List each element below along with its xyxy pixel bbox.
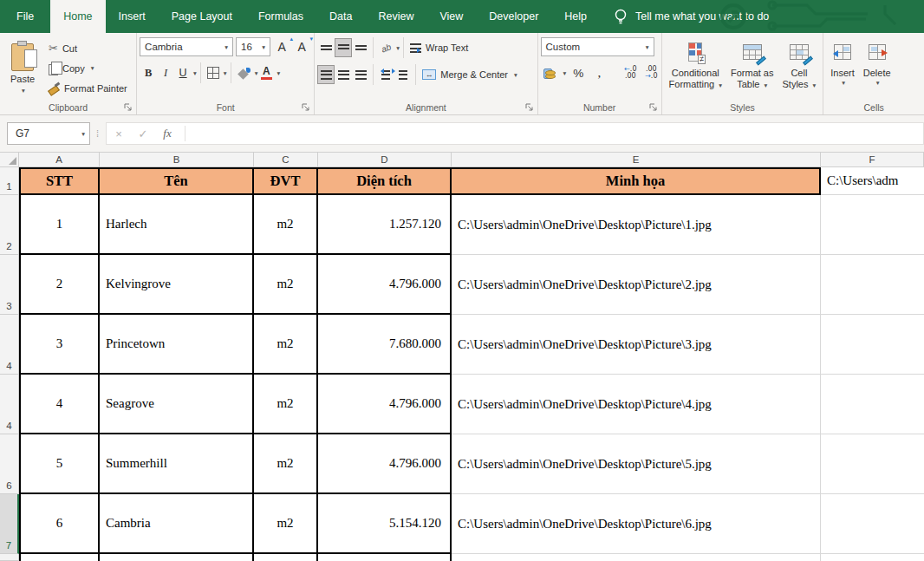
underline-button[interactable]: U	[174, 63, 192, 82]
cell-d2[interactable]: 1.257.120	[318, 195, 452, 255]
increase-font-size-button[interactable]: A▲	[273, 37, 290, 56]
insert-cells-button[interactable]: Insert ▾	[826, 37, 859, 87]
cell-d8-partial[interactable]	[318, 554, 452, 561]
cell-f2[interactable]	[821, 195, 924, 255]
cell-d6[interactable]: 4.796.000	[318, 434, 452, 494]
font-size-combobox[interactable]: 16 ▾	[236, 37, 270, 56]
col-header-a[interactable]: A	[19, 153, 100, 167]
cell-f3[interactable]	[821, 255, 924, 315]
borders-button[interactable]	[205, 63, 222, 82]
cell-c4[interactable]: m2	[254, 315, 318, 375]
tab-developer[interactable]: Developer	[476, 0, 551, 33]
cell-a4[interactable]: 3	[19, 315, 100, 375]
cell-styles-button[interactable]: Cell Styles ▾	[778, 37, 820, 90]
name-box[interactable]: G7 ▾	[7, 122, 90, 145]
tab-help[interactable]: Help	[551, 0, 600, 33]
tab-data[interactable]: Data	[316, 0, 365, 33]
cell-f8-partial[interactable]	[821, 554, 924, 561]
increase-decimal-button[interactable]: ←.0.00	[621, 63, 639, 82]
align-left-button[interactable]	[317, 65, 335, 84]
cell-a6[interactable]: 5	[19, 434, 100, 494]
decrease-decimal-button[interactable]: .00→.0	[642, 63, 660, 82]
cell-d1[interactable]: Diện tích	[318, 167, 452, 195]
comma-style-button[interactable]: ,	[590, 63, 608, 82]
copy-button[interactable]: Copy ▾	[46, 59, 130, 77]
borders-dropdown-arrow[interactable]: ▾	[224, 69, 227, 77]
cell-e7[interactable]: C:\Users\admin\OneDrive\Desktop\Picture\…	[452, 494, 821, 554]
cell-e3[interactable]: C:\Users\admin\OneDrive\Desktop\Picture\…	[452, 255, 821, 315]
cell-b8-partial[interactable]	[100, 554, 254, 561]
cell-f1[interactable]: C:\Users\adm	[821, 167, 924, 195]
formula-input[interactable]	[191, 123, 923, 144]
row-header-4[interactable]: 4	[0, 315, 19, 375]
row-header-8-partial[interactable]	[0, 554, 19, 561]
cell-e4[interactable]: C:\Users\admin\OneDrive\Desktop\Picture\…	[452, 315, 821, 375]
align-right-button[interactable]	[352, 65, 369, 84]
tab-formulas[interactable]: Formulas	[245, 0, 316, 33]
cell-c7[interactable]: m2	[254, 494, 318, 554]
orientation-button[interactable]	[377, 38, 394, 57]
cell-b3[interactable]: Kelvingrove	[100, 255, 254, 315]
accounting-dropdown-arrow[interactable]: ▾	[563, 69, 567, 77]
cell-b4[interactable]: Princetown	[100, 315, 254, 375]
cell-b6[interactable]: Summerhill	[100, 434, 254, 494]
align-center-button[interactable]	[335, 65, 352, 84]
format-painter-button[interactable]: Format Painter	[46, 79, 130, 97]
cell-b7[interactable]: Cambria	[100, 494, 254, 554]
cell-d3[interactable]: 4.796.000	[318, 255, 452, 315]
cell-a2[interactable]: 1	[19, 195, 100, 255]
col-header-f[interactable]: F	[821, 153, 924, 167]
cell-a7[interactable]: 6	[19, 494, 100, 554]
underline-dropdown-arrow[interactable]: ▾	[193, 69, 197, 77]
percent-style-button[interactable]: %	[569, 63, 587, 82]
cell-a8-partial[interactable]	[19, 554, 100, 561]
cell-e6[interactable]: C:\Users\admin\OneDrive\Desktop\Picture\…	[452, 434, 821, 494]
confirm-entry-button[interactable]: ✓	[131, 127, 155, 140]
cell-c5[interactable]: m2	[254, 375, 318, 434]
font-color-dropdown-arrow[interactable]: ▾	[277, 69, 280, 77]
tab-review[interactable]: Review	[365, 0, 426, 33]
tab-page-layout[interactable]: Page Layout	[159, 0, 245, 33]
wrap-text-button[interactable]: Wrap Text	[407, 39, 471, 57]
insert-function-button[interactable]: fx	[155, 127, 179, 140]
cell-e2[interactable]: C:\Users\admin\OneDrive\Desktop\Picture\…	[452, 195, 821, 255]
font-color-button[interactable]: A	[257, 63, 275, 82]
cell-f6[interactable]	[821, 434, 924, 494]
cell-c6[interactable]: m2	[254, 434, 318, 494]
select-all-corner[interactable]	[0, 153, 19, 167]
cancel-entry-button[interactable]: ×	[107, 127, 131, 140]
cell-d4[interactable]: 7.680.000	[318, 315, 452, 375]
font-name-combobox[interactable]: Cambria ▾	[140, 37, 233, 56]
cell-d7[interactable]: 5.154.120	[318, 494, 452, 554]
cell-e5[interactable]: C:\Users\admin\OneDrive\Desktop\Picture\…	[452, 375, 821, 434]
row-header-5[interactable]: 4	[0, 375, 19, 434]
number-format-combobox[interactable]: Custom ▾	[541, 37, 654, 56]
orientation-dropdown-arrow[interactable]: ▾	[396, 44, 400, 52]
cell-a5[interactable]: 4	[19, 375, 100, 434]
fill-color-button[interactable]	[235, 63, 253, 82]
col-header-d[interactable]: D	[318, 153, 452, 167]
cell-c2[interactable]: m2	[254, 195, 318, 255]
tell-me-box[interactable]: Tell me what you want to do	[614, 0, 769, 33]
number-dialog-launcher[interactable]	[649, 103, 658, 112]
cut-button[interactable]: ✂ Cut	[46, 39, 130, 57]
delete-cells-button[interactable]: Delete ▾	[859, 37, 895, 87]
top-align-button[interactable]	[317, 38, 335, 57]
accounting-format-button[interactable]	[541, 63, 558, 82]
col-header-e[interactable]: E	[452, 153, 821, 167]
cell-f4[interactable]	[821, 315, 924, 375]
cell-e1[interactable]: Minh họa	[452, 167, 821, 195]
clipboard-dialog-launcher[interactable]	[124, 103, 133, 112]
bottom-align-button[interactable]	[352, 38, 369, 57]
merge-center-button[interactable]: ↔ Merge & Center ▾	[420, 66, 519, 84]
format-as-table-button[interactable]: Format as Table ▾	[726, 37, 778, 90]
tab-insert[interactable]: Insert	[106, 0, 159, 33]
cell-d5[interactable]: 4.796.000	[318, 375, 452, 434]
cell-a3[interactable]: 2	[19, 255, 100, 315]
tab-home[interactable]: Home	[50, 0, 105, 33]
row-header-2[interactable]: 2	[0, 195, 19, 255]
conditional-formatting-button[interactable]: Conditional Formatting ▾	[665, 37, 726, 90]
row-header-1[interactable]: 1	[0, 167, 19, 195]
cell-a1[interactable]: STT	[19, 167, 100, 195]
cell-c1[interactable]: ĐVT	[254, 167, 318, 195]
